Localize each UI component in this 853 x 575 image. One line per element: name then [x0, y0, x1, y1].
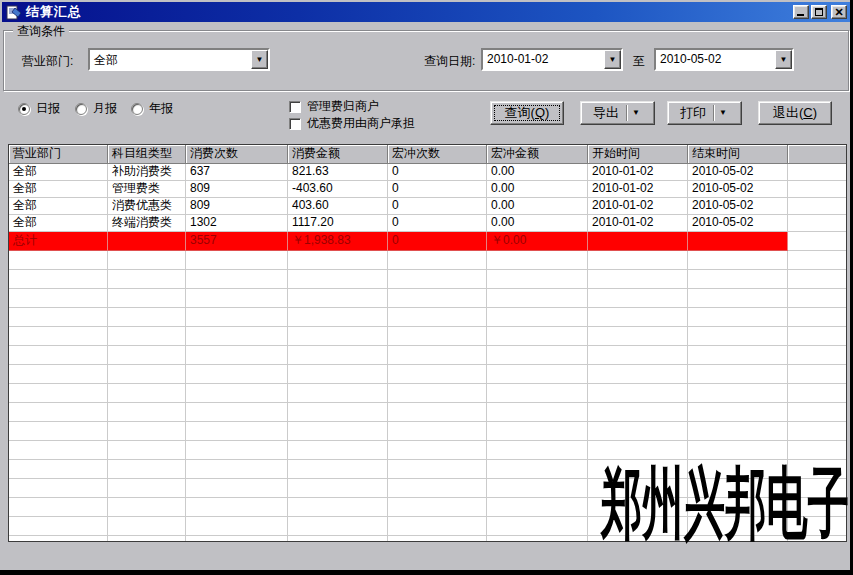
dropdown-arrow-icon[interactable]: ▼: [632, 108, 642, 118]
table-cell: 0: [388, 232, 487, 251]
vendor-watermark: 郑州兴邦电子: [601, 464, 849, 542]
table-row[interactable]: [9, 346, 847, 365]
table-cell: [186, 346, 288, 365]
radio-icon: [75, 103, 87, 115]
chevron-down-icon[interactable]: ▼: [251, 50, 268, 69]
table-header-cell[interactable]: 消费金额: [288, 145, 388, 164]
table-cell: [788, 403, 847, 422]
export-button[interactable]: 导出 ▼: [580, 101, 655, 125]
table-row[interactable]: 全部管理费类809-403.6000.002010-01-022010-05-0…: [9, 181, 847, 198]
table-header-cell[interactable]: 科目组类型: [108, 145, 186, 164]
table-cell: [388, 365, 487, 384]
table-header-cell[interactable]: 宏冲次数: [388, 145, 487, 164]
radio-yearly[interactable]: 年报: [131, 100, 173, 117]
export-button-label: 导出: [593, 104, 619, 122]
table-cell: [9, 441, 108, 460]
table-total-row[interactable]: 总计3557￥1,938.830￥0.00: [9, 232, 847, 251]
table-cell: 0: [388, 181, 487, 198]
table-row[interactable]: [9, 308, 847, 327]
table-cell: ￥0.00: [487, 232, 588, 251]
table-cell: [388, 403, 487, 422]
table-cell: [388, 270, 487, 289]
table-row[interactable]: [9, 384, 847, 403]
table-row[interactable]: 全部补助消费类637821.6300.002010-01-022010-05-0…: [9, 164, 847, 181]
date-to-combo[interactable]: 2010-05-02 ▼: [654, 48, 794, 71]
table-row[interactable]: 全部终端消费类13021117.2000.002010-01-022010-05…: [9, 215, 847, 232]
table-cell: [487, 289, 588, 308]
table-cell: [588, 270, 688, 289]
table-cell: [108, 232, 186, 251]
table-cell: [9, 517, 108, 536]
table-cell: [487, 327, 588, 346]
date-label: 查询日期:: [424, 53, 475, 70]
table-cell: [688, 384, 788, 403]
chevron-down-icon[interactable]: ▼: [604, 50, 621, 69]
table-cell: [108, 346, 186, 365]
dropdown-arrow-icon[interactable]: ▼: [719, 108, 729, 118]
table-cell: [388, 517, 487, 536]
department-combo[interactable]: 全部 ▼: [88, 48, 270, 71]
table-row[interactable]: [9, 403, 847, 422]
table-header-cell[interactable]: [788, 145, 847, 164]
checkbox-discount-borne[interactable]: 优惠费用由商户承担: [289, 115, 415, 132]
radio-monthly[interactable]: 月报: [75, 100, 117, 117]
table-cell: [288, 270, 388, 289]
minimize-button[interactable]: [793, 5, 809, 19]
department-label: 营业部门:: [22, 53, 73, 70]
table-row[interactable]: [9, 251, 847, 270]
table-cell: [688, 346, 788, 365]
table-row[interactable]: [9, 327, 847, 346]
table-cell: [186, 365, 288, 384]
checkbox-mgmt-fee[interactable]: 管理费归商户: [289, 98, 379, 115]
table-cell: [288, 346, 388, 365]
table-cell: 0: [388, 164, 487, 181]
table-cell: [588, 289, 688, 308]
date-from-combo[interactable]: 2010-01-02 ▼: [481, 48, 623, 71]
table-row[interactable]: [9, 270, 847, 289]
table-cell: 全部: [9, 181, 108, 198]
table-cell: [9, 365, 108, 384]
table-header-cell[interactable]: 宏冲金额: [487, 145, 588, 164]
maximize-button[interactable]: [811, 5, 827, 19]
table-cell: [388, 251, 487, 270]
table-cell: [588, 327, 688, 346]
table-cell: [688, 270, 788, 289]
table-cell: 补助消费类: [108, 164, 186, 181]
table-cell: 2010-01-02: [588, 164, 688, 181]
table-cell: [9, 479, 108, 498]
close-button[interactable]: ✕: [831, 5, 847, 19]
title-bar[interactable]: 结算汇总 ✕: [2, 2, 850, 22]
table-cell: [186, 536, 288, 542]
table-cell: [108, 327, 186, 346]
table-cell: 0.00: [487, 215, 588, 232]
table-cell: [788, 327, 847, 346]
table-cell: 0.00: [487, 181, 588, 198]
table-cell: 1302: [186, 215, 288, 232]
table-header-cell[interactable]: 消费次数: [186, 145, 288, 164]
table-cell: [186, 422, 288, 441]
table-cell: 2010-01-02: [588, 198, 688, 215]
table-cell: [9, 403, 108, 422]
table-cell: [288, 365, 388, 384]
table-cell: [588, 403, 688, 422]
table-cell: [9, 498, 108, 517]
table-cell: 821.63: [288, 164, 388, 181]
exit-button[interactable]: 退出(C): [758, 101, 832, 125]
table-cell: [487, 460, 588, 479]
table-row[interactable]: [9, 365, 847, 384]
table-header-cell[interactable]: 开始时间: [588, 145, 688, 164]
table-cell: [388, 327, 487, 346]
table-header-cell[interactable]: 营业部门: [9, 145, 108, 164]
chevron-down-icon[interactable]: ▼: [775, 50, 792, 69]
table-cell: [9, 251, 108, 270]
table-cell: [186, 327, 288, 346]
table-row[interactable]: [9, 422, 847, 441]
radio-daily[interactable]: 日报: [18, 100, 60, 117]
table-cell: [388, 422, 487, 441]
table-header-cell[interactable]: 结束时间: [688, 145, 788, 164]
checkbox-discount-borne-label: 优惠费用由商户承担: [307, 115, 415, 132]
table-row[interactable]: [9, 289, 847, 308]
table-row[interactable]: 全部消费优惠类809403.6000.002010-01-022010-05-0…: [9, 198, 847, 215]
print-button[interactable]: 打印 ▼: [667, 101, 742, 125]
query-button[interactable]: 查询(Q): [490, 101, 564, 125]
